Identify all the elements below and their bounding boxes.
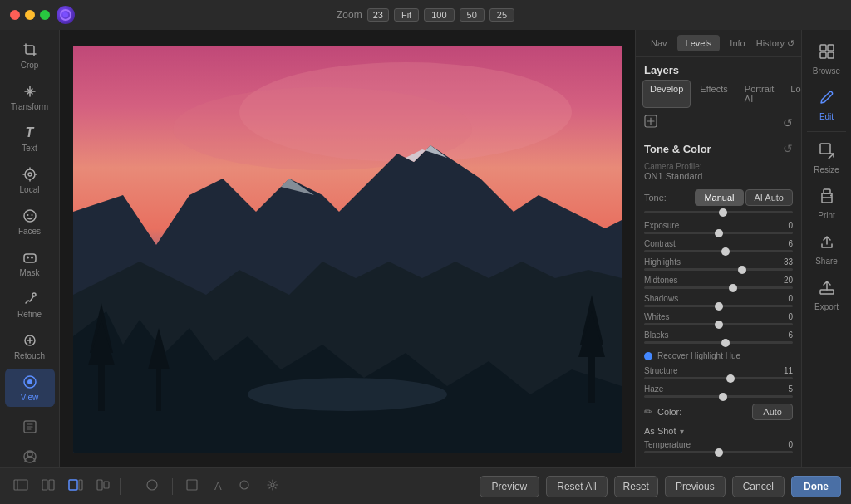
tone-label: Tone:: [644, 193, 667, 203]
zoom-value[interactable]: 23: [367, 8, 389, 22]
shadows-value: 0: [788, 294, 793, 303]
shadows-track[interactable]: [644, 305, 793, 307]
sidebar-item-share[interactable]: Share: [802, 227, 851, 272]
whites-slider-row: Whites 0: [636, 310, 801, 328]
zoom-25-button[interactable]: 25: [489, 8, 514, 22]
zoom-100-button[interactable]: 100: [424, 8, 454, 22]
structure-track[interactable]: [644, 377, 793, 379]
auto-slider-thumb[interactable]: [719, 208, 727, 217]
edit-label: Edit: [819, 112, 834, 121]
sidebar-item-frame[interactable]: [5, 413, 55, 440]
slider-section: Exposure 0 Contrast 6: [636, 217, 801, 348]
midtones-thumb[interactable]: [729, 284, 737, 292]
haze-track[interactable]: [644, 395, 793, 398]
share-label: Share: [815, 257, 838, 266]
sidebar-item-resize[interactable]: Resize: [802, 135, 851, 181]
manual-button[interactable]: Manual: [695, 189, 743, 206]
text-overlay-icon[interactable]: A: [211, 477, 225, 496]
whites-thumb[interactable]: [715, 321, 723, 329]
view-icon: [22, 374, 38, 390]
as-shot-dropdown[interactable]: As Shot ▾: [644, 426, 793, 436]
exposure-thumb[interactable]: [715, 229, 723, 237]
temperature-thumb[interactable]: [715, 448, 723, 457]
reset-all-button[interactable]: Reset All: [546, 476, 607, 497]
layers-reset-icon[interactable]: ↺: [783, 116, 793, 130]
tab-nav[interactable]: Nav: [642, 35, 676, 51]
layout-icon-3[interactable]: [65, 476, 86, 497]
text-label: Text: [22, 144, 37, 153]
sidebar-item-print[interactable]: Print: [802, 181, 851, 227]
exposure-slider-row: Exposure 0: [636, 218, 801, 237]
circle-small-icon[interactable]: [235, 476, 253, 497]
tab-develop[interactable]: Develop: [642, 80, 691, 108]
sidebar-item-refine[interactable]: Refine: [5, 286, 55, 324]
compare-icon[interactable]: [93, 476, 113, 497]
sidebar-item-mask[interactable]: Mask: [5, 244, 55, 282]
midtones-track[interactable]: [644, 286, 793, 289]
done-button[interactable]: Done: [791, 476, 841, 497]
sidebar-item-browse[interactable]: Browse: [802, 37, 851, 82]
sidebar-item-edit[interactable]: Edit: [802, 82, 851, 128]
blacks-track[interactable]: [644, 341, 793, 344]
sidebar-item-local[interactable]: Local: [5, 161, 55, 199]
tone-color-reset-icon[interactable]: ↺: [783, 142, 793, 155]
svg-point-19: [27, 452, 32, 457]
exposure-track[interactable]: [644, 232, 793, 234]
minimize-button[interactable]: [25, 10, 35, 20]
layout-icon-2[interactable]: [38, 476, 58, 497]
tab-history[interactable]: History ↺: [756, 38, 794, 49]
blacks-thumb[interactable]: [721, 339, 730, 347]
refine-icon: [22, 291, 38, 307]
highlights-label: Highlights: [644, 257, 681, 267]
sidebar-item-retouch[interactable]: Retouch: [5, 327, 55, 365]
sidebar-item-export[interactable]: Export: [802, 272, 851, 318]
tab-local[interactable]: Local: [783, 80, 801, 108]
structure-thumb[interactable]: [726, 374, 735, 383]
print-icon: [819, 188, 835, 208]
tone-color-section-header: Tone & Color ↺: [636, 137, 801, 160]
sidebar-item-person[interactable]: [5, 443, 55, 467]
settings-icon[interactable]: [263, 476, 282, 497]
tone-color-title: Tone & Color: [644, 143, 711, 155]
layers-add-icon[interactable]: [644, 115, 657, 130]
ai-auto-button[interactable]: AI Auto: [745, 189, 793, 206]
tab-effects[interactable]: Effects: [692, 80, 735, 108]
temperature-track[interactable]: [644, 451, 793, 453]
svg-rect-53: [79, 480, 82, 490]
sidebar-item-faces[interactable]: Faces: [5, 203, 55, 241]
zoom-50-button[interactable]: 50: [460, 8, 485, 22]
shadows-thumb[interactable]: [715, 302, 723, 311]
svg-rect-43: [820, 144, 830, 154]
fullscreen-button[interactable]: [40, 10, 50, 20]
tab-levels[interactable]: Levels: [677, 35, 721, 51]
app-icon: [57, 6, 75, 24]
reset-button[interactable]: Reset: [614, 476, 658, 497]
cancel-button[interactable]: Cancel: [732, 476, 785, 497]
tab-portrait-ai[interactable]: Portrait AI: [737, 80, 781, 108]
sidebar-item-text[interactable]: T Text: [5, 120, 55, 158]
whites-track[interactable]: [644, 323, 793, 325]
contrast-track[interactable]: [644, 250, 793, 252]
color-title: Color:: [657, 407, 681, 417]
auto-slider-track[interactable]: [644, 211, 793, 213]
circle-icon[interactable]: [142, 475, 162, 498]
haze-thumb[interactable]: [719, 393, 727, 401]
layout-icon-1[interactable]: [10, 476, 32, 497]
fit-button[interactable]: Fit: [394, 8, 419, 22]
recover-dot[interactable]: [644, 352, 652, 360]
tab-info[interactable]: Info: [721, 35, 753, 51]
preview-button[interactable]: Preview: [480, 476, 540, 497]
sidebar-item-view[interactable]: View: [5, 369, 55, 407]
text-icon: T: [22, 125, 38, 141]
square-icon[interactable]: [183, 476, 201, 497]
highlights-track[interactable]: [644, 268, 793, 271]
previous-button[interactable]: Previous: [665, 476, 726, 497]
highlights-thumb[interactable]: [738, 266, 746, 274]
svg-rect-50: [42, 480, 47, 490]
sidebar-item-transform[interactable]: Transform: [5, 78, 55, 116]
sidebar-item-crop[interactable]: Crop: [5, 37, 55, 75]
color-auto-button[interactable]: Auto: [752, 404, 793, 420]
crop-label: Crop: [21, 61, 39, 70]
contrast-thumb[interactable]: [721, 247, 730, 256]
close-button[interactable]: [10, 10, 20, 20]
